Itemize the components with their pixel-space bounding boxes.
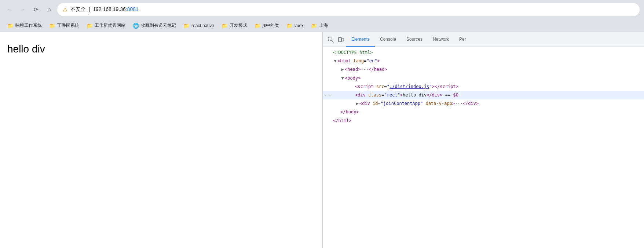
tab-per[interactable]: Per [454,32,471,47]
bookmark-item-0[interactable]: 📁 咏柳工作系统 [4,21,45,30]
not-secure-label: 不安全 [70,6,86,12]
folder-icon: 📁 [7,23,14,29]
bookmark-label: js中的类 [263,22,279,29]
folder-icon: 📁 [87,23,93,29]
main-area: hello div Elements Console Sources [0,32,644,248]
folder-icon: 📁 [183,23,190,29]
bookmark-label: 工作新优秀网站 [95,22,125,29]
globe-icon: 🌐 [133,23,139,29]
reload-button[interactable]: ⟳ [31,4,41,15]
tab-network[interactable]: Network [428,32,454,47]
bookmark-label: 丁香园系统 [57,22,79,29]
dom-line-html-close: </html> [323,117,644,125]
bookmark-label: 咏柳工作系统 [15,22,42,29]
triangle-body[interactable]: ▼ [340,75,345,82]
folder-icon: 📁 [286,23,293,29]
bookmark-item-7[interactable]: 📁 vuex [283,21,307,30]
svg-rect-2 [342,39,344,41]
script-src-link[interactable]: ./dist/index.js [389,84,429,89]
bookmark-label: react native [191,23,214,28]
svg-rect-1 [339,37,341,42]
dots-indicator: ··· [323,92,333,99]
bookmark-label: 上海 [319,22,328,29]
dom-line-head: ▶ <head> ··· </head> [323,65,644,74]
address-text: 不安全 | 192.168.19.36:8081 [70,6,634,13]
dom-line-body-close: </body> [323,108,644,116]
bookmark-item-4[interactable]: 📁 react native [180,21,217,30]
page-hello-text: hello div [7,43,315,55]
forward-button[interactable]: → [18,4,28,15]
browser-chrome: ← → ⟳ ⌂ ⚠ 不安全 | 192.168.19.36:8081 📁 咏柳工… [0,0,644,32]
tab-sources[interactable]: Sources [401,32,428,47]
bookmark-item-8[interactable]: 📁 上海 [308,21,331,30]
dom-line-div-rect[interactable]: ··· <div class="rect" > hello div </div>… [323,91,644,99]
back-button[interactable]: ← [4,4,15,15]
devtools-toolbar: Elements Console Sources Network Per [323,32,644,47]
devtools-tabs: Elements Console Sources Network Per [346,32,471,47]
security-warning-icon: ⚠ [63,7,67,12]
devtools-dom-tree[interactable]: <!DOCTYPE html> ▼ <html lang="en" > ▶ <h… [323,47,644,248]
dom-line-div-join: ▶ <div id="joinContentApp" data-v-app > … [323,99,644,108]
bookmark-item-2[interactable]: 📁 工作新优秀网站 [84,21,128,30]
folder-icon: 📁 [222,23,228,29]
address-bar[interactable]: ⚠ 不安全 | 192.168.19.36:8081 [57,3,640,16]
bookmark-item-3[interactable]: 🌐 收藏到有道云笔记 [130,21,179,30]
tab-console[interactable]: Console [375,32,401,47]
bookmarks-row: 📁 咏柳工作系统 📁 丁香园系统 📁 工作新优秀网站 🌐 收藏到有道云笔记 📁 … [0,19,644,32]
bookmark-item-5[interactable]: 📁 开发模式 [219,21,250,30]
device-toolbar-button[interactable] [336,34,346,45]
triangle-html[interactable]: ▼ [333,58,337,65]
home-button[interactable]: ⌂ [44,4,54,15]
bookmark-item-1[interactable]: 📁 丁香园系统 [46,21,82,30]
folder-icon: 📁 [49,23,55,29]
triangle-div-join[interactable]: ▶ [355,100,359,107]
folder-icon: 📁 [255,23,261,29]
triangle-head[interactable]: ▶ [340,66,345,73]
bookmark-label: 开发模式 [230,22,247,29]
url-port: :8081 [126,6,139,12]
dom-line-body-open: ▼ <body> [323,74,644,83]
bookmark-label: 收藏到有道云笔记 [141,22,176,29]
address-bar-row: ← → ⟳ ⌂ ⚠ 不安全 | 192.168.19.36:8081 [0,0,644,19]
folder-icon: 📁 [311,23,317,29]
bookmark-label: vuex [294,23,304,28]
page-content: hello div [0,32,323,248]
devtools-panel: Elements Console Sources Network Per <!D… [323,32,644,248]
inspect-element-button[interactable] [326,34,336,45]
dom-line-doctype: <!DOCTYPE html> [323,48,644,57]
dom-line-html-open: ▼ <html lang="en" > [323,57,644,65]
dom-line-script: <script src="./dist/index.js" ></script> [323,83,644,91]
bookmark-item-6[interactable]: 📁 js中的类 [252,21,282,30]
tab-elements[interactable]: Elements [346,32,375,47]
url-host: 192.168.19.36 [93,6,126,12]
